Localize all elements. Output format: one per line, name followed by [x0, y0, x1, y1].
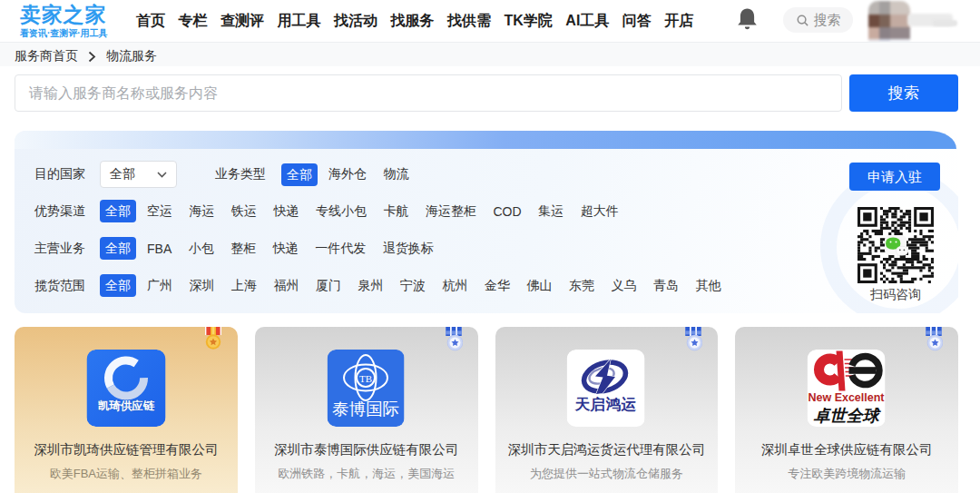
svg-text:天启鸿运: 天启鸿运	[574, 396, 637, 412]
svg-text:New Excellent: New Excellent	[808, 391, 886, 404]
svg-text:卓世全球: 卓世全球	[814, 407, 882, 425]
svg-text:泰博国际: 泰博国际	[332, 399, 399, 419]
svg-text:TB: TB	[359, 373, 372, 384]
svg-text:凯琦供应链: 凯琦供应链	[98, 399, 155, 412]
